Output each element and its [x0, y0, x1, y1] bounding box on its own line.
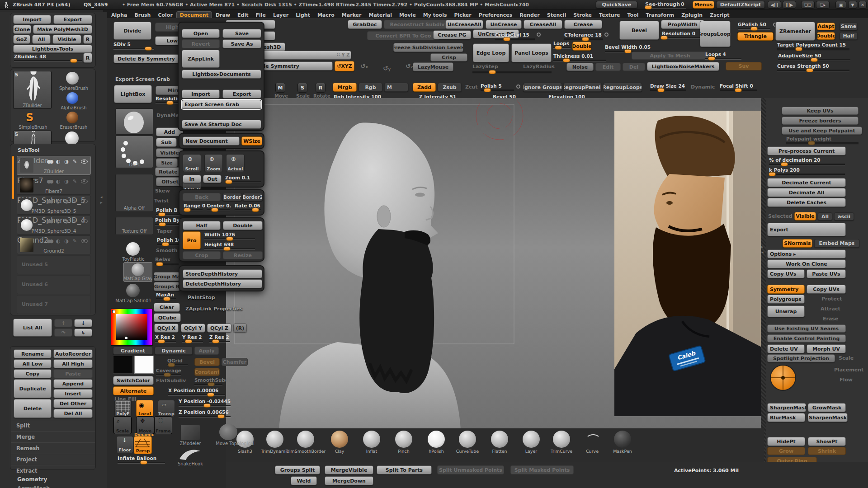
export-button[interactable]: Export	[767, 223, 846, 236]
floor-button[interactable]: ↓ Floor	[116, 436, 133, 453]
menu-item[interactable]: Transform	[642, 11, 678, 19]
sharpen-mask-button[interactable]: SharpenMask	[767, 403, 806, 412]
alpha-blob-thumbnail[interactable]	[115, 108, 153, 135]
loops-slider[interactable]: Loops	[553, 41, 571, 48]
doc-border2-button[interactable]: Border2	[243, 193, 263, 201]
creaseall-button[interactable]: CreaseAll	[524, 20, 562, 29]
enable-control-painting-button[interactable]: Enable Control Painting	[767, 334, 846, 343]
gradient-button[interactable]: Gradient	[113, 347, 153, 355]
groupsloops-button[interactable]: GroupsLoops	[700, 21, 731, 47]
rotate-mode-icon[interactable]: R	[316, 83, 326, 93]
scroll-left-icon[interactable]: ◀|||	[768, 1, 781, 9]
paste-uvs-button[interactable]: Paste UVs	[807, 269, 846, 278]
yres-slider[interactable]: Y Res 2	[182, 334, 203, 342]
group-ma-button[interactable]: Group Ma	[154, 272, 180, 281]
goz-visible-button[interactable]: Visible	[52, 35, 81, 44]
menu-item[interactable]: Stroke	[570, 11, 595, 19]
merge-visible-button[interactable]: MergeVisible	[325, 465, 373, 474]
noise-button[interactable]: Noise	[566, 63, 594, 71]
polish-slider[interactable]: Polish 5	[481, 83, 514, 91]
delete-caches-button[interactable]: Delete Caches	[767, 198, 846, 207]
difference-icon[interactable]: ◑	[64, 159, 69, 164]
shell-icon[interactable]: ◐	[56, 159, 61, 164]
difference-icon[interactable]: ◑	[64, 238, 69, 244]
scale-button[interactable]: ⌕ Scale	[113, 416, 132, 434]
append-button[interactable]: Append	[53, 379, 93, 388]
shell-icon[interactable]: ◐	[56, 178, 61, 184]
use-keep-polypaint-button[interactable]: Use and Keep Polypaint	[782, 127, 862, 135]
doc-export-screen-grab-button[interactable]: Export Screen Grab	[182, 100, 261, 109]
ctolerance-dot-button[interactable]	[604, 33, 609, 37]
panel-divider-arrows[interactable]: ◂▸	[100, 194, 103, 205]
paintstop-item[interactable]: PaintStop	[188, 295, 215, 300]
freeze-borders-button[interactable]: Freeze borders	[782, 117, 859, 125]
menus-button[interactable]: Menus	[693, 1, 714, 9]
move-mode-icon[interactable]: M	[275, 83, 285, 93]
qcyl-x-button[interactable]: QCyl X	[154, 324, 179, 333]
delete-by-symmetry-button[interactable]: Delete By Symmetry	[113, 54, 179, 63]
loops-double-button[interactable]: Double	[572, 42, 591, 51]
adaptive-size-slider[interactable]: AdaptiveSize 50	[778, 53, 850, 61]
collapsed-section-row[interactable]: Project	[11, 454, 95, 465]
k-polys-slider[interactable]: k Polys 200	[769, 167, 845, 175]
zadd-button[interactable]: Zadd	[413, 83, 436, 92]
subtool-item[interactable]: ●● ◐ ◑ ✎ PM3D_Sphere3D_5 PM3D_Sphere3D_5	[17, 196, 91, 215]
default-zscript-button[interactable]: DefaultZScript	[716, 1, 765, 9]
menu-item[interactable]: Material	[365, 11, 395, 19]
visibility-eye-icon[interactable]	[81, 239, 88, 243]
see-through-slider[interactable]	[645, 6, 686, 8]
transp-button[interactable]: ▱ Transp	[158, 400, 175, 417]
arraymesh-section-header[interactable]: ArrayMesh	[17, 486, 50, 488]
nest-arrow-icon[interactable]: ↳	[74, 328, 92, 337]
menu-item[interactable]: Picker	[451, 11, 475, 19]
doc-nav-button[interactable]: ⊕ Zoom	[204, 154, 223, 172]
creaselvl-slider[interactable]: CreaseLvl 15	[495, 32, 535, 40]
adapt-button[interactable]: Adapt	[817, 23, 835, 30]
crisp-button[interactable]: Crisp	[430, 53, 467, 61]
grabdoc-button[interactable]: GrabDoc	[348, 20, 382, 29]
rename-button[interactable]: Rename	[14, 349, 52, 358]
menu-item[interactable]: Alpha	[108, 11, 131, 19]
doc-double-button[interactable]: Double	[223, 221, 263, 230]
goz-all-button[interactable]: All	[32, 35, 51, 44]
scroll-right-icon[interactable]: |||▶	[783, 1, 796, 9]
lightbox-tools-button[interactable]: Lightbox▸Tools	[13, 45, 92, 53]
thickness-slider[interactable]: Thickness 0.01	[553, 53, 606, 61]
polish-b-slider[interactable]: Polish B	[156, 207, 179, 215]
regroup-panels-button[interactable]: RegroupPanels	[563, 83, 602, 92]
showpt-button[interactable]: ShowPt	[808, 437, 846, 446]
divide-button[interactable]: Divide	[113, 22, 151, 40]
all-toggle-button[interactable]: All	[818, 212, 832, 221]
doc-lightbox-documents-button[interactable]: Lightbox▸Documents	[182, 70, 261, 79]
new-document-button[interactable]: New Document	[183, 136, 240, 145]
doc-half-button[interactable]: Half	[183, 221, 221, 230]
crease-pg-button[interactable]: Crease PG	[433, 30, 471, 39]
sharpen-mask2-button[interactable]: SharpenMask	[808, 413, 848, 422]
snormals-button[interactable]: SNormals	[783, 239, 812, 248]
use-uv-seams-button[interactable]: Use Existing UV Seams	[767, 324, 846, 333]
brush-icon[interactable]: ✎	[73, 178, 77, 184]
alpha-off-thumbnail[interactable]: Alpha Off	[115, 174, 153, 212]
same-button[interactable]: Same	[840, 23, 858, 30]
polyframe-button[interactable]: PolyF	[114, 400, 132, 417]
delete-uv-button[interactable]: Delete UV	[767, 344, 805, 353]
bevel-button[interactable]: Bevel	[619, 21, 659, 40]
visibility-eye-icon[interactable]	[81, 219, 88, 223]
lightbox-noisemakers-button[interactable]: Lightbox▸NoiseMakers	[647, 62, 719, 71]
polypaint-icon[interactable]: ●●	[47, 198, 52, 204]
focal-shift-slider[interactable]: Focal Shift 0	[720, 83, 757, 91]
menu-item[interactable]: File	[252, 11, 269, 19]
xyz-symmetry-button[interactable]: XYZ	[335, 61, 354, 71]
shell-icon[interactable]: ◐	[56, 198, 61, 204]
subtool-item[interactable]: ●● ◐ ◑ ✎ Unused 6 Unused 6	[17, 275, 91, 294]
main-color-swatch[interactable]	[113, 356, 133, 374]
dynamic-button[interactable]: Dynamic	[155, 347, 193, 355]
switchcolor-button[interactable]: SwitchColor	[113, 376, 154, 385]
zr-double-button[interactable]: Double	[817, 32, 835, 40]
qcyl-z-button[interactable]: QCyl Z	[207, 324, 231, 333]
subtool-item[interactable]: ●● ◐ ◑ ✎ PM3D_Sphere3D_4 PM3D_Sphere3D_4	[17, 216, 91, 235]
tool-export-button[interactable]: Export	[53, 15, 92, 24]
subtool-item[interactable]: ●● ◐ ◑ ✎ Unused 5 Unused 5	[17, 255, 91, 274]
close-icon[interactable]: ✕	[859, 1, 867, 9]
lazymouse-button[interactable]: LazyMouse	[413, 62, 453, 71]
